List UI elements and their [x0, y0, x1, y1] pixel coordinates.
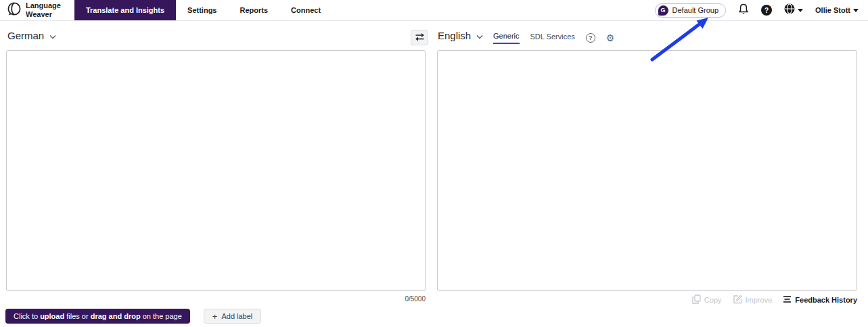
- swap-arrows-icon: [415, 32, 425, 44]
- language-globe-button[interactable]: [784, 3, 803, 17]
- chevron-down-icon: [49, 30, 56, 41]
- character-count: 0/5000: [6, 295, 426, 303]
- primary-nav: Translate and Insights Settings Reports …: [74, 0, 332, 20]
- upload-text: Click to upload files or drag and drop o…: [14, 312, 182, 320]
- notifications-button[interactable]: [738, 3, 749, 18]
- language-weaver-logo[interactable]: Language Weaver: [0, 0, 61, 20]
- feedback-history-button[interactable]: Feedback History: [783, 295, 857, 305]
- copy-button[interactable]: Copy: [692, 295, 722, 305]
- help-icon: ?: [761, 5, 772, 16]
- tab-settings[interactable]: Settings: [176, 0, 228, 20]
- target-text-area: [437, 50, 857, 291]
- user-name: Ollie Stott: [815, 6, 850, 14]
- source-language-selector[interactable]: German: [7, 30, 56, 41]
- gear-icon[interactable]: ⚙: [606, 33, 615, 43]
- improve-button[interactable]: Improve: [733, 295, 773, 305]
- target-action-bar: Copy Improve Feedback History: [437, 295, 857, 305]
- feedback-history-label: Feedback History: [795, 296, 857, 304]
- swap-languages-button[interactable]: [411, 30, 428, 45]
- model-help-icon[interactable]: ?: [586, 33, 595, 43]
- improve-label: Improve: [746, 296, 773, 304]
- tab-reports[interactable]: Reports: [229, 0, 280, 20]
- bell-icon: [738, 3, 749, 18]
- target-language-selector[interactable]: English: [438, 30, 483, 41]
- upload-files-button[interactable]: Click to upload files or drag and drop o…: [5, 309, 190, 324]
- model-tabs: Generic SDL Services ? ⚙: [493, 32, 614, 44]
- improve-pencil-icon: [733, 295, 742, 305]
- add-label-button[interactable]: + Add label: [204, 309, 261, 324]
- help-button[interactable]: ?: [761, 5, 772, 16]
- default-group-button[interactable]: G Default Group: [655, 3, 726, 18]
- feedback-history-lines-icon: [783, 295, 792, 305]
- source-text-area[interactable]: [6, 50, 426, 291]
- tab-translate-and-insights[interactable]: Translate and Insights: [74, 0, 176, 20]
- target-language-label: English: [438, 30, 471, 41]
- source-language-label: German: [7, 30, 44, 41]
- add-label-text: Add label: [221, 312, 252, 320]
- model-tab-sdl-services[interactable]: SDL Services: [530, 32, 575, 43]
- copy-icon: [692, 295, 701, 305]
- chevron-down-icon: [798, 9, 803, 12]
- logo-swirl-icon: [7, 1, 22, 19]
- logo-text: Language Weaver: [26, 1, 61, 18]
- group-badge-icon: G: [658, 5, 668, 16]
- nav-right-controls: G Default Group ?: [655, 0, 868, 20]
- chevron-down-icon: [853, 9, 859, 12]
- user-menu[interactable]: Ollie Stott: [815, 6, 859, 14]
- chevron-down-icon: [476, 30, 483, 41]
- copy-label: Copy: [704, 296, 722, 304]
- model-tab-generic[interactable]: Generic: [493, 32, 520, 44]
- top-nav: Language Weaver Translate and Insights S…: [0, 0, 868, 21]
- group-label: Default Group: [672, 6, 718, 14]
- globe-icon: [784, 3, 795, 17]
- plus-icon: +: [212, 311, 218, 322]
- tab-connect[interactable]: Connect: [279, 0, 332, 20]
- footer-buttons: Click to upload files or drag and drop o…: [5, 309, 261, 324]
